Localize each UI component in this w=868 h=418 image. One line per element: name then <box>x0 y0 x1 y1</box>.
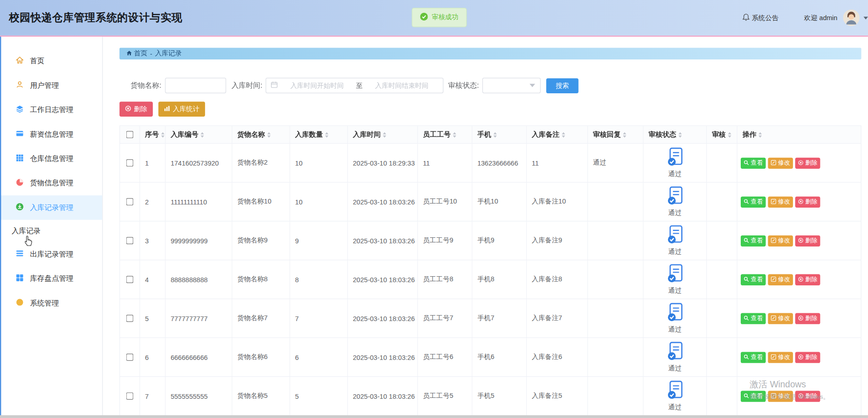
sort-icon[interactable] <box>562 132 565 137</box>
sidebar-item-users[interactable]: 用户管理 <box>0 73 102 97</box>
column-header[interactable]: 审核状态 <box>644 126 707 144</box>
cell-inbound-time: 2025-03-10 18:03:26 <box>348 299 418 338</box>
inbound-stats-button[interactable]: 入库统计 <box>158 102 205 117</box>
start-time-input[interactable] <box>280 81 354 89</box>
sidebar-subitem-inbound-records[interactable]: 入库记录 <box>0 220 102 242</box>
magnifier-icon <box>743 315 749 322</box>
column-header[interactable]: 入库备注 <box>527 126 588 144</box>
cell-audit-status: 通过 <box>644 182 707 221</box>
row-checkbox[interactable] <box>126 198 134 205</box>
screen-bottom-edge <box>0 415 868 418</box>
sidebar-item-warehouse[interactable]: 仓库信息管理 <box>0 146 102 171</box>
view-button[interactable]: 查看 <box>741 352 766 363</box>
end-time-input[interactable] <box>365 81 439 89</box>
row-checkbox[interactable] <box>126 276 134 283</box>
sort-icon[interactable] <box>678 132 682 137</box>
cell-audit-reply <box>588 221 643 260</box>
column-header[interactable]: 货物名称 <box>232 126 290 144</box>
sort-icon[interactable] <box>728 132 731 137</box>
edit-button[interactable]: 修改 <box>768 274 793 285</box>
circle-x-icon <box>125 105 131 113</box>
chevron-down-icon[interactable] <box>863 16 868 19</box>
view-button[interactable]: 查看 <box>741 391 766 402</box>
sort-icon[interactable] <box>325 132 328 137</box>
sidebar: 首页 用户管理 工作日志管理 薪资信息管理 仓库信息管理 货物信息管理 <box>0 37 103 418</box>
cell-note: 入库备注10 <box>527 182 588 221</box>
select-all-checkbox[interactable] <box>126 131 134 138</box>
view-button[interactable]: 查看 <box>741 313 766 324</box>
column-header[interactable]: 员工工号 <box>418 126 472 144</box>
sort-icon[interactable] <box>623 132 626 137</box>
row-checkbox[interactable] <box>126 392 134 400</box>
system-announcement-link[interactable]: 系统公告 <box>743 13 779 23</box>
goods-name-input[interactable] <box>165 78 226 93</box>
delete-button[interactable]: 删除 <box>795 352 820 363</box>
edit-icon <box>771 393 776 400</box>
cell-audit <box>707 338 738 376</box>
avatar[interactable] <box>843 10 859 26</box>
cell-inbound-code: 5555555555 <box>166 377 233 415</box>
delete-button[interactable]: 删除 <box>795 391 820 402</box>
column-header[interactable]: 审核回复 <box>588 126 643 144</box>
edit-button[interactable]: 修改 <box>768 196 793 207</box>
view-button[interactable]: 查看 <box>741 196 766 207</box>
date-range-picker[interactable]: 至 <box>266 78 443 93</box>
grid-icon <box>16 154 24 164</box>
column-header[interactable]: 审核 <box>707 126 738 144</box>
sort-icon[interactable] <box>201 132 204 137</box>
sidebar-item-inventory[interactable]: 库存盘点管理 <box>0 267 102 291</box>
column-header[interactable]: 入库数量 <box>290 126 348 144</box>
sidebar-item-home[interactable]: 首页 <box>0 49 102 73</box>
view-button[interactable]: 查看 <box>741 274 766 285</box>
column-header[interactable]: 序号 <box>140 126 166 144</box>
edit-button[interactable]: 修改 <box>768 313 793 324</box>
sidebar-item-outbound[interactable]: 出库记录管理 <box>0 242 102 266</box>
view-button[interactable]: 查看 <box>741 157 766 168</box>
sidebar-item-inbound-mgmt[interactable]: 入库记录管理 <box>0 195 102 220</box>
app-window: 校园快递仓库管理系统的设计与实现 审核成功 系统公告 欢迎 admin <box>0 0 868 418</box>
magnifier-icon <box>743 393 749 400</box>
column-header[interactable]: 入库时间 <box>348 126 418 144</box>
sort-icon[interactable] <box>267 132 271 137</box>
view-button[interactable]: 查看 <box>741 235 766 246</box>
sort-icon[interactable] <box>759 132 762 137</box>
cell-quantity: 9 <box>290 221 348 260</box>
sidebar-item-system[interactable]: 系统管理 <box>0 291 102 315</box>
column-header[interactable]: 手机 <box>472 126 527 144</box>
delete-button[interactable]: 删除 <box>795 313 820 324</box>
sort-icon[interactable] <box>161 132 164 137</box>
cell-inbound-code: 7777777777 <box>166 299 233 338</box>
row-checkbox[interactable] <box>126 354 134 361</box>
sort-icon[interactable] <box>453 132 456 137</box>
delete-button[interactable]: 删除 <box>795 274 820 285</box>
edit-button[interactable]: 修改 <box>768 352 793 363</box>
cell-index: 7 <box>140 377 166 415</box>
cell-worker-id: 11 <box>418 144 472 182</box>
audit-document-icon <box>667 264 683 285</box>
row-checkbox[interactable] <box>126 237 134 244</box>
audit-status-select[interactable] <box>482 78 540 93</box>
edit-button[interactable]: 修改 <box>768 157 793 168</box>
sidebar-item-salary[interactable]: 薪资信息管理 <box>0 122 102 146</box>
row-checkbox[interactable] <box>126 159 134 166</box>
delete-button[interactable]: 删除 <box>795 235 820 246</box>
edit-button[interactable]: 修改 <box>768 235 793 246</box>
bulk-delete-button[interactable]: 删除 <box>119 102 153 117</box>
cell-worker-id: 员工工号10 <box>418 182 472 221</box>
sort-icon[interactable] <box>383 132 386 137</box>
column-header[interactable]: 操作 <box>738 126 861 144</box>
edit-button[interactable]: 修改 <box>768 391 793 402</box>
sidebar-item-goods[interactable]: 货物信息管理 <box>0 171 102 195</box>
sort-icon[interactable] <box>494 132 497 137</box>
search-button[interactable]: 搜索 <box>546 78 578 93</box>
delete-button[interactable]: 删除 <box>795 157 820 168</box>
breadcrumb-home-link[interactable]: 首页 <box>126 49 147 59</box>
circle-x-icon <box>798 237 803 244</box>
row-checkbox[interactable] <box>126 315 134 322</box>
table-row: 1 1741602573920 货物名称2 10 2025-03-10 18:2… <box>120 144 861 182</box>
sidebar-item-worklog[interactable]: 工作日志管理 <box>0 98 102 122</box>
delete-button[interactable]: 删除 <box>795 196 820 207</box>
cell-actions: 查看 修改 删除 <box>738 221 861 260</box>
column-header[interactable]: 入库编号 <box>166 126 233 144</box>
cell-audit <box>707 182 738 221</box>
